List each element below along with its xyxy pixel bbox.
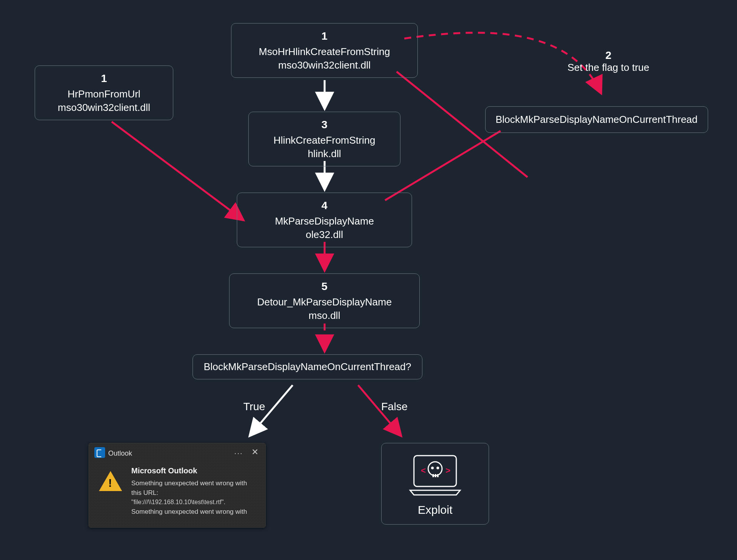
dialog-line3: Something unexpected went wrong with [131,508,247,515]
node-line1: HlinkCreateFromString [257,134,392,147]
dialog-line1: Something unexpected went wrong with [131,480,247,487]
node-4: 4 MkParseDisplayName ole32.dll [237,193,412,247]
dialog-line2: this URL: [131,489,158,496]
svg-text:<: < [421,466,426,475]
svg-point-1 [428,462,442,476]
caption-text: Set the flag to true [568,62,649,73]
exploit-label: Exploit [389,503,481,516]
exploit-laptop-icon: < > [406,452,464,498]
exploit-card: < > Exploit [381,443,489,525]
node-num: 1 [240,29,409,44]
node-num: 1 [44,71,164,86]
node-1: 1 MsoHrHlinkCreateFromString mso30win32c… [231,23,418,78]
dialog-heading: Microsoft Outlook [131,466,197,475]
outlook-error-dialog: Outlook ··· ✕ Microsoft Outlook Somethin… [89,443,266,528]
node-line2: mso30win32client.dll [44,101,164,114]
node-line1: Detour_MkParseDisplayName [238,295,411,309]
node-num: 4 [246,198,403,213]
arrow-left1-n4 [112,122,243,220]
node-num: 5 [238,279,411,294]
node-line2: mso.dll [238,309,411,322]
label-true: True [243,401,265,413]
caption-2: 2 Set the flag to true [547,49,670,74]
node-3: 3 HlinkCreateFromString hlink.dll [248,112,400,166]
node-left-1: 1 HrPmonFromUrl mso30win32client.dll [35,65,173,120]
caption-num: 2 [547,49,670,62]
node-line1: MsoHrHlinkCreateFromString [240,45,409,59]
label-false: False [381,401,407,413]
decision-node: BlockMkParseDisplayNameOnCurrentThread? [193,354,422,379]
more-icon[interactable]: ··· [234,449,243,458]
decision-text: BlockMkParseDisplayNameOnCurrentThread? [204,361,411,372]
svg-point-3 [437,467,439,469]
node-line2: hlink.dll [257,147,392,161]
svg-text:>: > [446,466,451,475]
node-rightbox: BlockMkParseDisplayNameOnCurrentThread [485,106,708,133]
warning-icon [99,471,122,491]
dialog-body: Something unexpected went wrong with thi… [131,479,258,517]
svg-point-2 [431,467,434,469]
dialog-title: Outlook [108,449,132,458]
node-5: 5 Detour_MkParseDisplayName mso.dll [229,273,420,328]
node-line2: ole32.dll [246,228,403,241]
dialog-path: "file:///\\192.168.10.10\test\test.rtf". [131,499,225,505]
node-line2: mso30win32client.dll [240,59,409,72]
svg-rect-6 [437,474,439,477]
svg-rect-4 [432,474,434,477]
node-line1: HrPmonFromUrl [44,87,164,101]
close-icon[interactable]: ✕ [251,447,258,457]
node-line1: MkParseDisplayName [246,215,403,228]
rightbox-text: BlockMkParseDisplayNameOnCurrentThread [496,114,698,125]
node-num: 3 [257,117,392,132]
svg-rect-5 [435,474,436,477]
outlook-app-icon [94,447,105,458]
